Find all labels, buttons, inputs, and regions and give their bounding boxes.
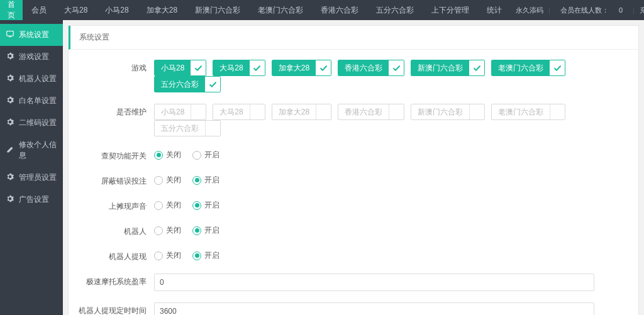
check-icon xyxy=(316,60,331,75)
check-icon xyxy=(316,104,331,119)
panel-title: 系统设置 xyxy=(69,26,638,50)
game-tag-label: 新澳门六合彩 xyxy=(411,104,469,119)
nav-item[interactable]: 香港六合彩 xyxy=(312,0,367,20)
sidebar-item-label: 游戏设置 xyxy=(19,52,49,62)
game-tag-label: 新澳门六合彩 xyxy=(411,60,469,75)
radio-option[interactable]: 开启 xyxy=(192,225,219,236)
settings-panel: 系统设置 游戏 小马28大马28加拿大28香港六合彩新澳门六合彩老澳门六合彩五分… xyxy=(68,25,639,315)
games-label: 游戏 xyxy=(79,60,154,74)
radio-option[interactable]: 开启 xyxy=(192,150,219,160)
sidebar-item-label: 管理员设置 xyxy=(19,172,57,183)
sidebar-item-label: 修改个人信息 xyxy=(19,140,57,161)
radio-icon xyxy=(154,251,163,260)
recharge-link[interactable]: 充值 xyxy=(635,6,644,15)
nav-item[interactable]: 加拿大28 xyxy=(138,0,186,20)
nav-item[interactable]: 会员 xyxy=(23,0,55,20)
online-label: 会员在线人数：0 xyxy=(550,6,633,15)
game-tag[interactable]: 小马28 xyxy=(154,60,206,76)
check-icon xyxy=(205,77,220,92)
radio-option[interactable]: 关闭 xyxy=(154,200,181,211)
radio-option[interactable]: 关闭 xyxy=(154,250,181,261)
check-icon xyxy=(191,60,206,75)
sidebar-item[interactable]: 管理员设置 xyxy=(0,167,63,189)
timer-label: 机器人提现定时时间(秒) xyxy=(79,302,154,315)
radio-label: 关闭 xyxy=(166,200,181,211)
sidebar: 系统设置游戏设置机器人设置白名单设置二维码设置修改个人信息管理员设置广告设置 xyxy=(0,20,63,315)
game-tag[interactable]: 加拿大28 xyxy=(272,104,331,120)
sidebar-item-label: 广告设置 xyxy=(19,194,49,205)
nav-home[interactable]: 首页 xyxy=(0,0,23,20)
sidebar-item-label: 二维码设置 xyxy=(19,118,57,128)
nav-item[interactable]: 五分六合彩 xyxy=(367,0,423,20)
radio-icon xyxy=(154,176,163,185)
radio-option[interactable]: 关闭 xyxy=(154,150,181,160)
topbar-right: 永久添码| 会员在线人数：0| 充值| 提现| admin| 更新缓存| 退出 xyxy=(511,6,644,15)
gear-icon xyxy=(6,52,14,62)
radio-label: 开启 xyxy=(204,150,219,160)
nav-item[interactable]: 上下分管理 xyxy=(423,0,478,20)
game-tag-label: 香港六合彩 xyxy=(338,104,389,119)
radio-icon xyxy=(154,151,163,160)
perm-code[interactable]: 永久添码 xyxy=(511,6,548,15)
check-icon xyxy=(469,104,484,119)
radio-option[interactable]: 开启 xyxy=(192,200,219,211)
nav-item[interactable]: 大马28 xyxy=(55,0,96,20)
game-tag-label: 大马28 xyxy=(213,104,249,119)
maintain-label: 是否维护 xyxy=(79,104,154,118)
search-label: 查契功能开关 xyxy=(79,148,154,162)
radio-label: 开启 xyxy=(204,175,219,185)
game-tag-label: 五分六合彩 xyxy=(155,121,205,136)
game-tag[interactable]: 加拿大28 xyxy=(272,60,331,76)
game-tag[interactable]: 老澳门六合彩 xyxy=(491,104,565,120)
speed-label: 极速摩托系统盈率 xyxy=(79,274,154,287)
check-icon xyxy=(550,104,565,119)
monitor-icon xyxy=(6,30,14,40)
game-tag[interactable]: 香港六合彩 xyxy=(338,104,404,120)
game-tag[interactable]: 老澳门六合彩 xyxy=(491,60,565,76)
sidebar-item[interactable]: 广告设置 xyxy=(0,189,63,211)
sidebar-item[interactable]: 修改个人信息 xyxy=(0,134,63,167)
sidebar-item-label: 机器人设置 xyxy=(19,74,57,84)
radio-label: 关闭 xyxy=(166,175,181,185)
sidebar-item[interactable]: 系统设置 xyxy=(0,24,63,46)
timer-input[interactable] xyxy=(154,302,594,315)
game-tag[interactable]: 五分六合彩 xyxy=(154,120,221,136)
game-tag[interactable]: 五分六合彩 xyxy=(154,76,221,92)
robot-label: 机器人 xyxy=(79,223,154,237)
nav-item[interactable]: 统计 xyxy=(478,0,511,20)
radio-option[interactable]: 关闭 xyxy=(154,225,181,236)
game-tag[interactable]: 香港六合彩 xyxy=(338,60,404,76)
game-tag-label: 小马28 xyxy=(155,104,191,119)
radio-option[interactable]: 开启 xyxy=(192,175,219,185)
check-icon xyxy=(205,121,220,136)
radio-option[interactable]: 开启 xyxy=(192,250,219,261)
svg-rect-0 xyxy=(7,31,14,36)
game-tag[interactable]: 大马28 xyxy=(213,104,265,120)
gear-icon xyxy=(6,195,14,204)
game-tag-label: 加拿大28 xyxy=(272,60,316,75)
sidebar-item[interactable]: 游戏设置 xyxy=(0,46,63,68)
game-tag-label: 香港六合彩 xyxy=(338,60,389,75)
game-tag-label: 五分六合彩 xyxy=(155,77,205,92)
radio-label: 关闭 xyxy=(166,150,181,160)
radio-label: 开启 xyxy=(204,250,219,261)
game-tag[interactable]: 新澳门六合彩 xyxy=(411,60,485,76)
nav-item[interactable]: 老澳门六合彩 xyxy=(249,0,312,20)
check-icon xyxy=(389,104,404,119)
sidebar-item[interactable]: 白名单设置 xyxy=(0,90,63,112)
speed-input[interactable] xyxy=(154,274,594,291)
game-tag[interactable]: 新澳门六合彩 xyxy=(411,104,485,120)
game-tag[interactable]: 小马28 xyxy=(154,104,206,120)
nav-item[interactable]: 小马28 xyxy=(96,0,137,20)
game-tag[interactable]: 大马28 xyxy=(213,60,265,76)
sidebar-item[interactable]: 二维码设置 xyxy=(0,112,63,134)
check-icon xyxy=(389,60,404,75)
sidebar-item[interactable]: 机器人设置 xyxy=(0,68,63,90)
nav-item[interactable]: 新澳门六合彩 xyxy=(186,0,249,20)
radio-option[interactable]: 关闭 xyxy=(154,175,181,185)
gear-icon xyxy=(6,173,14,182)
gear-icon xyxy=(6,96,14,106)
check-icon xyxy=(250,60,265,75)
game-tag-label: 加拿大28 xyxy=(272,104,316,119)
radio-label: 关闭 xyxy=(166,250,181,261)
